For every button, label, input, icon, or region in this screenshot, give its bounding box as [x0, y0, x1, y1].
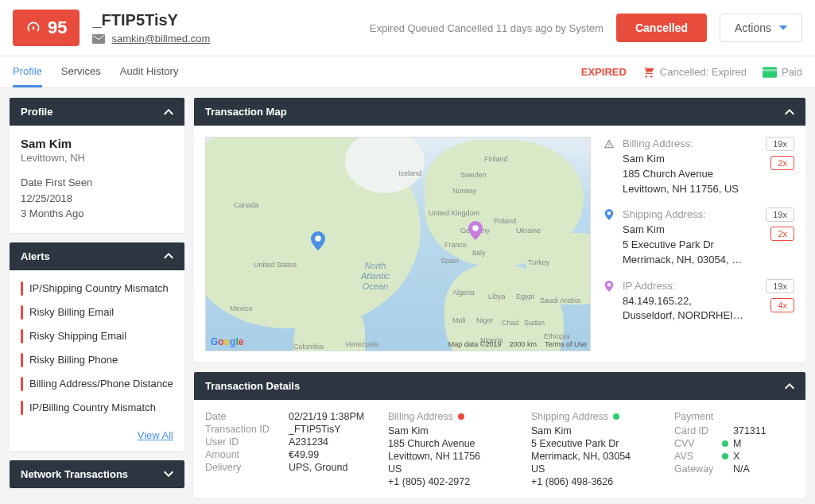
alert-item[interactable]: Billing Address/Phone Distance	[10, 372, 184, 396]
payment-grid: Card ID371311 CVVM AVSX GatewayN/A	[674, 425, 794, 475]
map-pin-shipping[interactable]	[311, 231, 325, 250]
network-transactions-panel: Network Transactions	[10, 460, 184, 488]
transaction-details-header[interactable]: Transaction Details	[194, 372, 805, 400]
map-pin-ip[interactable]	[468, 221, 483, 240]
left-column: Profile Sam Kim Levittown, NH Date First…	[10, 98, 184, 498]
tab-services[interactable]: Services	[61, 57, 101, 87]
chevron-up-icon	[164, 251, 173, 261]
billing-address-text: Billing Address: Sam Kim 185 Church Aven…	[623, 137, 759, 196]
alerts-panel-header[interactable]: Alerts	[10, 242, 184, 270]
alert-item[interactable]: Risky Billing Phone	[10, 348, 184, 372]
chevron-down-icon	[164, 469, 173, 479]
svg-rect-0	[763, 67, 777, 78]
envelope-icon	[92, 33, 105, 45]
profile-panel-body: Sam Kim Levittown, NH Date First Seen 12…	[10, 126, 184, 233]
transaction-details-panel: Transaction Details Date Transaction ID …	[194, 372, 805, 498]
right-column: Transaction Map Iceland Finland Sweden N…	[194, 98, 805, 498]
date-first-seen-label: Date First Seen	[21, 175, 173, 191]
view-all-link[interactable]: View All	[138, 429, 173, 441]
content: Profile Sam Kim Levittown, NH Date First…	[0, 88, 815, 504]
status-dot-green	[722, 453, 728, 459]
billing-address-block: Billing Address: Sam Kim 185 Church Aven…	[603, 137, 794, 196]
svg-point-3	[472, 225, 479, 231]
cancelled-button[interactable]: Cancelled	[616, 14, 707, 42]
count-badge[interactable]: 19x	[766, 137, 794, 151]
payment-heading: Payment	[674, 411, 794, 422]
status-dot-red	[458, 413, 464, 420]
profile-location: Levittown, NH	[21, 152, 173, 164]
chevron-up-icon	[164, 107, 173, 117]
billing-heading: Billing Address	[388, 411, 515, 422]
google-logo: Google	[211, 336, 243, 347]
transaction-map-body: Iceland Finland Sweden Norway United Kin…	[194, 126, 805, 362]
tab-audit-history[interactable]: Audit History	[120, 57, 179, 87]
paid-tag: Paid	[763, 66, 802, 78]
pin-blue-icon	[603, 209, 616, 267]
details-payment: Payment Card ID371311 CVVM AVSX GatewayN…	[674, 411, 794, 487]
ocean-label: North Atlantic Ocean	[361, 261, 390, 293]
profile-meta: Date First Seen 12/25/2018 3 Months Ago	[21, 175, 173, 222]
risk-count-badge[interactable]: 2x	[770, 227, 794, 241]
count-badge[interactable]: 19x	[766, 207, 794, 222]
alert-item[interactable]: IP/Billing Country Mismatch	[10, 396, 184, 420]
ip-address-block: IP Address: 84.149.165.22, Dusseldorf, N…	[603, 279, 794, 324]
risk-count-badge[interactable]: 4x	[770, 298, 794, 312]
header-email-row: samkin@billmed.com	[92, 33, 356, 45]
header-status-text: Expired Queued Cancelled 11 days ago by …	[370, 22, 603, 34]
cart-icon	[642, 66, 655, 79]
tab-profile[interactable]: Profile	[13, 57, 42, 87]
date-ago: 3 Months Ago	[21, 206, 173, 222]
date-first-seen-value: 12/25/2018	[21, 191, 173, 207]
risk-count-badge[interactable]: 2x	[770, 156, 794, 170]
warning-icon	[603, 138, 616, 196]
ip-address-text: IP Address: 84.149.165.22, Dusseldorf, N…	[623, 279, 759, 324]
actions-dropdown[interactable]: Actions	[720, 14, 802, 42]
alert-item[interactable]: IP/Shipping Country Mismatch	[10, 277, 184, 300]
profile-panel-header[interactable]: Profile	[10, 98, 184, 126]
svg-rect-1	[763, 69, 777, 71]
details-shipping: Shipping Address Sam Kim 5 Executive Par…	[531, 411, 658, 487]
expired-tag: EXPIRED	[581, 66, 627, 78]
view-all-row: View All	[10, 426, 184, 451]
details-billing: Billing Address Sam Kim 185 Church Avenu…	[388, 411, 515, 487]
page-title: _FTIP5TisY	[92, 11, 356, 29]
tabs-row: Profile Services Audit History EXPIRED C…	[0, 56, 815, 88]
svg-point-5	[607, 283, 611, 286]
tabs-right: EXPIRED Cancelled: Expired Paid	[581, 66, 802, 79]
alert-item[interactable]: Risky Billing Email	[10, 300, 184, 324]
shipping-heading: Shipping Address	[531, 411, 658, 422]
page-header: 95 _FTIP5TisY samkin@billmed.com Expired…	[0, 0, 815, 56]
cancelled-expired-tag: Cancelled: Expired	[642, 66, 747, 79]
status-dot-green	[613, 413, 619, 420]
details-meta-values: 02/21/19 1:38PM _FTIP5TisY A231234 €49.9…	[289, 411, 372, 487]
actions-label: Actions	[735, 21, 771, 34]
risk-score-badge: 95	[13, 10, 80, 46]
profile-panel: Profile Sam Kim Levittown, NH Date First…	[10, 98, 184, 233]
card-icon	[763, 67, 777, 78]
transaction-map-header[interactable]: Transaction Map	[194, 98, 805, 126]
count-badge[interactable]: 19x	[766, 279, 794, 293]
alert-item[interactable]: Risky Shipping Email	[10, 324, 184, 348]
map-attribution: Map data ©2019 2000 km Terms of Use	[448, 340, 587, 348]
landmass	[526, 233, 591, 304]
pin-purple-icon	[603, 281, 616, 324]
email-link[interactable]: samkin@billmed.com	[111, 33, 210, 45]
risk-score-value: 95	[48, 17, 67, 38]
status-dot-green	[722, 440, 728, 447]
tabs-left: Profile Services Audit History	[13, 57, 581, 87]
chevron-up-icon	[785, 107, 794, 117]
map-canvas[interactable]: Iceland Finland Sweden Norway United Kin…	[205, 137, 591, 351]
alerts-list: IP/Shipping Country Mismatch Risky Billi…	[10, 270, 184, 426]
shipping-address-block: Shipping Address: Sam Kim 5 Executive Pa…	[603, 207, 794, 267]
address-sidebar: Billing Address: Sam Kim 185 Church Aven…	[603, 137, 794, 351]
caret-down-icon	[779, 24, 787, 32]
billing-address-badges: 19x 2x	[766, 137, 794, 196]
svg-point-2	[315, 235, 321, 242]
gauge-icon	[25, 20, 41, 36]
chevron-up-icon	[785, 382, 794, 391]
header-main: _FTIP5TisY samkin@billmed.com	[92, 11, 356, 45]
shipping-address-text: Shipping Address: Sam Kim 5 Executive Pa…	[623, 207, 759, 267]
transaction-map-panel: Transaction Map Iceland Finland Sweden N…	[194, 98, 805, 362]
details-meta-labels: Date Transaction ID User ID Amount Deliv…	[205, 411, 273, 487]
network-transactions-header[interactable]: Network Transactions	[10, 460, 184, 488]
